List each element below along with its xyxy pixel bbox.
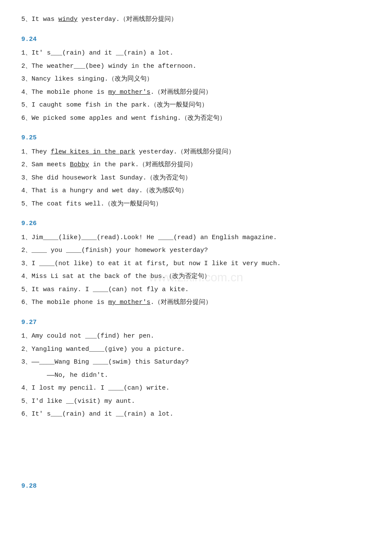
list-item: 1、Jim____(like)____(read).Look! He ____(… — [21, 232, 371, 244]
list-item: 6、The mobile phone is my mother's.（对画线部分… — [21, 297, 371, 309]
list-item: 6、It' s___(rain) and it __(rain) a lot. — [21, 408, 371, 421]
list-item: 2、Yangling wanted____(give) you a pictur… — [21, 344, 371, 356]
list-item: 3、Nancy likes singing.（改为同义句） — [21, 73, 371, 86]
list-item: 2、The weather___(bee) windy in the after… — [21, 61, 371, 73]
section-heading-927: 9.27 — [21, 317, 371, 329]
list-item: 6、We picked some apples and went fishing… — [21, 113, 371, 125]
underline-text: flew kites in the park — [51, 148, 135, 156]
list-item: 4、That is a hungry and wet day.（改为感叹句） — [21, 185, 371, 197]
spacer — [21, 422, 371, 473]
list-item: 4、The mobile phone is my mother's.（对画线部分… — [21, 87, 371, 99]
list-item: 3、She did housework last Sunday.（改为否定句） — [21, 172, 371, 185]
underline-text: Bobby — [70, 161, 89, 168]
list-item: 5、I caught some fish in the park.（改为一般疑问… — [21, 99, 371, 112]
section-heading-926: 9.26 — [21, 218, 371, 230]
list-item: 3、——____Wang Bing ____(swim) this Saturd… — [21, 356, 371, 369]
intro-suffix: yesterday.（对画线部分提问） — [78, 16, 177, 23]
list-item: 1、It' s___(rain) and it __(rain) a lot. — [21, 47, 371, 60]
section-heading-928: 9.28 — [21, 480, 371, 493]
list-item: 3、I ____(not like) to eat it at first, b… — [21, 258, 371, 270]
list-item: 5、I'd like __(visit) my aunt. — [21, 396, 371, 408]
list-item: 2、Sam meets Bobby in the park.（对画线部分提问） — [21, 159, 371, 171]
section-heading-924: 9.24 — [21, 34, 371, 46]
list-item: 4、I lost my pencil. I ____(can) write. — [21, 382, 371, 395]
list-item-indent: ——No, he didn't. — [21, 370, 371, 382]
list-item: 1、Amy could not ___(find) her pen. — [21, 330, 371, 343]
list-item: 1、They flew kites in the park yesterday.… — [21, 146, 371, 159]
intro-prefix: 5、It was — [21, 16, 58, 23]
list-item: 2、____ you ____(finish) your homework ye… — [21, 245, 371, 257]
intro-item: 5、It was windy yesterday.（对画线部分提问） — [21, 14, 371, 26]
underline-text: my mother's — [108, 89, 150, 96]
list-item: 5、The coat fits well.（改为一般疑问句） — [21, 198, 371, 211]
list-item: 4、Miss Li sat at the back of the bus.（改为… — [21, 271, 371, 283]
underline-text: my mother's — [108, 299, 150, 306]
section-heading-925: 9.25 — [21, 132, 371, 145]
list-item: 5、It was rainy. I ____(can) not fly a ki… — [21, 284, 371, 296]
intro-underline: windy — [58, 16, 78, 23]
